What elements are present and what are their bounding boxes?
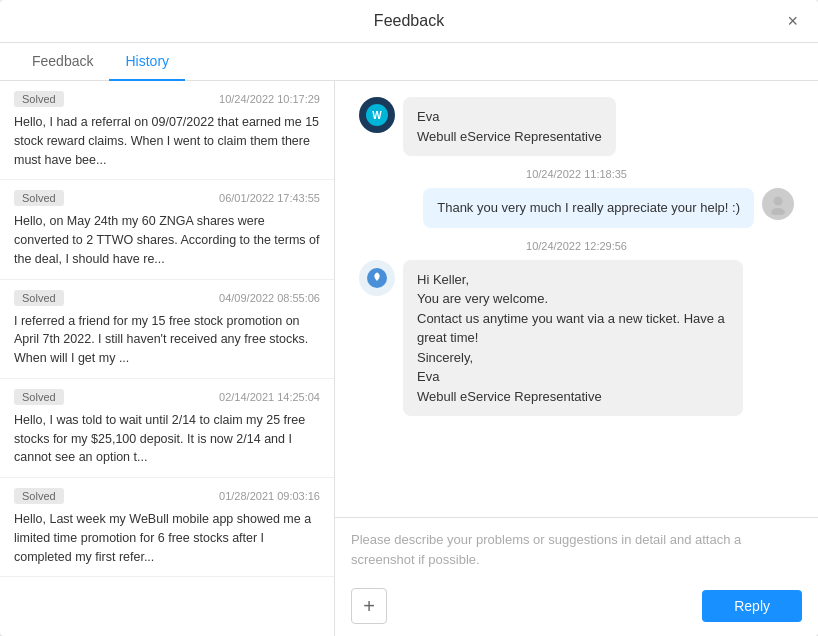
reply-button[interactable]: Reply <box>702 590 802 622</box>
ticket-meta: Solved 10/24/2022 10:17:29 <box>14 91 320 107</box>
chat-panel: W Eva Webull eService Representative 10/… <box>335 81 818 636</box>
modal-header: Feedback × <box>0 0 818 43</box>
list-item[interactable]: Solved 02/14/2021 14:25:04 Hello, I was … <box>0 379 334 478</box>
ticket-meta: Solved 06/01/2022 17:43:55 <box>14 190 320 206</box>
chat-message: Hi Keller, You are very welcome. Contact… <box>351 260 802 417</box>
ticket-text: Hello, I had a referral on 09/07/2022 th… <box>14 113 320 169</box>
svg-point-1 <box>771 208 785 215</box>
ticket-text: I referred a friend for my 15 free stock… <box>14 312 320 368</box>
plus-icon: + <box>363 595 375 618</box>
input-actions: + Reply <box>351 588 802 624</box>
ticket-meta: Solved 04/09/2022 08:55:06 <box>14 290 320 306</box>
list-item[interactable]: Solved 10/24/2022 10:17:29 Hello, I had … <box>0 81 334 180</box>
ticket-date: 06/01/2022 17:43:55 <box>219 192 320 204</box>
list-item[interactable]: Solved 06/01/2022 17:43:55 Hello, on May… <box>0 180 334 279</box>
ticket-date: 04/09/2022 08:55:06 <box>219 292 320 304</box>
ticket-date: 10/24/2022 10:17:29 <box>219 93 320 105</box>
message-line: Webull eService Representative <box>417 127 602 147</box>
ticket-meta: Solved 02/14/2021 14:25:04 <box>14 389 320 405</box>
attach-button[interactable]: + <box>351 588 387 624</box>
chat-bubble: Eva Webull eService Representative <box>403 97 616 156</box>
webull-logo-icon: W <box>366 104 388 126</box>
message-line: Contact us anytime you want via a new ti… <box>417 309 729 348</box>
svg-point-0 <box>774 197 783 206</box>
tabs-bar: Feedback History <box>0 43 818 81</box>
chat-message: Thank you very much I really appreciate … <box>351 188 802 228</box>
chat-timestamp: 10/24/2022 11:18:35 <box>351 168 802 180</box>
ticket-text: Hello, Last week my WeBull mobile app sh… <box>14 510 320 566</box>
ticket-date: 01/28/2021 09:03:16 <box>219 490 320 502</box>
message-line: Hi Keller, <box>417 270 729 290</box>
tab-history[interactable]: History <box>109 43 185 81</box>
message-line: Sincerely, <box>417 348 729 368</box>
ticket-list: Solved 10/24/2022 10:17:29 Hello, I had … <box>0 81 335 636</box>
ticket-text: Hello, on May 24th my 60 ZNGA shares wer… <box>14 212 320 268</box>
message-line: Webull eService Representative <box>417 387 729 407</box>
message-line: Eva <box>417 367 729 387</box>
content-area: Solved 10/24/2022 10:17:29 Hello, I had … <box>0 81 818 636</box>
message-line: Eva <box>417 107 602 127</box>
chat-bubble: Thank you very much I really appreciate … <box>423 188 754 228</box>
list-item[interactable]: Solved 01/28/2021 09:03:16 Hello, Last w… <box>0 478 334 577</box>
chat-area: W Eva Webull eService Representative 10/… <box>335 81 818 517</box>
list-item[interactable]: Solved 04/09/2022 08:55:06 I referred a … <box>0 280 334 379</box>
status-badge: Solved <box>14 290 64 306</box>
status-badge: Solved <box>14 389 64 405</box>
ticket-meta: Solved 01/28/2021 09:03:16 <box>14 488 320 504</box>
status-badge: Solved <box>14 190 64 206</box>
chat-bubble: Hi Keller, You are very welcome. Contact… <box>403 260 743 417</box>
message-line: You are very welcome. <box>417 289 729 309</box>
ticket-date: 02/14/2021 14:25:04 <box>219 391 320 403</box>
modal-window: Feedback × Feedback History Solved 10/24… <box>0 0 818 636</box>
chat-message: W Eva Webull eService Representative <box>351 97 802 156</box>
modal-title: Feedback <box>374 12 444 30</box>
close-button[interactable]: × <box>783 8 802 34</box>
ticket-text: Hello, I was told to wait until 2/14 to … <box>14 411 320 467</box>
status-badge: Solved <box>14 91 64 107</box>
avatar: W <box>359 97 395 133</box>
user-avatar <box>762 188 794 220</box>
input-placeholder-text[interactable]: Please describe your problems or suggest… <box>351 530 802 578</box>
input-area: Please describe your problems or suggest… <box>335 517 818 636</box>
chat-timestamp: 10/24/2022 12:29:56 <box>351 240 802 252</box>
status-badge: Solved <box>14 488 64 504</box>
tab-feedback[interactable]: Feedback <box>16 43 109 81</box>
webull-agent-avatar <box>359 260 395 296</box>
